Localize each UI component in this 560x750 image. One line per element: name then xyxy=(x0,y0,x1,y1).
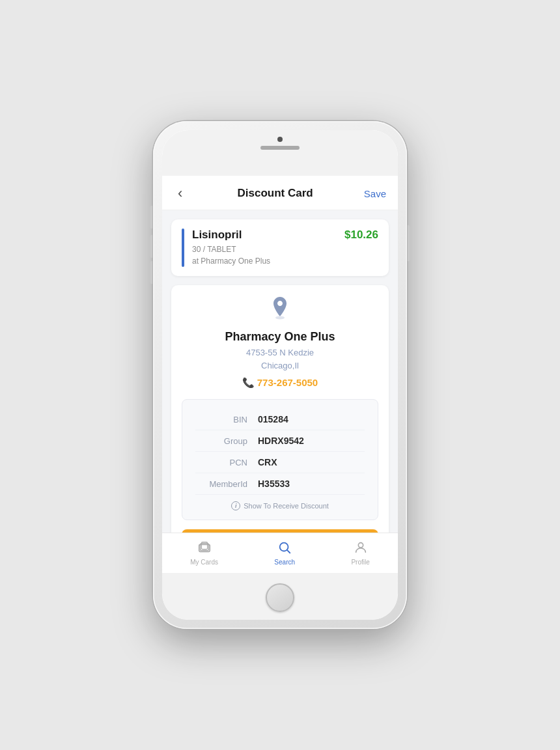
member-label: MemberId xyxy=(195,479,247,489)
info-icon: i xyxy=(231,501,240,510)
svg-point-0 xyxy=(275,316,285,320)
drug-details: 30 / TABLET at Pharmacy One Plus xyxy=(192,243,378,267)
scroll-content: Lisinopril $10.26 30 / TABLET at Pharmac… xyxy=(162,210,398,533)
tab-search[interactable]: Search xyxy=(265,536,304,570)
drug-price: $10.26 xyxy=(344,229,378,242)
show-discount-text: Show To Receive Discount xyxy=(244,502,329,510)
pharmacy-address: 4753-55 N Kedzie Chicago,Il xyxy=(182,346,378,372)
app-screen: ‹ Discount Card Save Lisinopril $10.26 3 xyxy=(162,176,398,573)
pcn-label: PCN xyxy=(195,458,247,467)
back-button[interactable]: ‹ xyxy=(174,184,186,203)
drug-card-accent xyxy=(182,229,184,267)
pharmacy-name: Pharmacy One Plus xyxy=(182,330,378,344)
tab-cards[interactable]: My Cards xyxy=(181,536,227,570)
group-row: Group HDRX9542 xyxy=(195,430,365,452)
drug-name: Lisinopril xyxy=(192,229,242,242)
save-button[interactable]: Save xyxy=(364,188,386,199)
speaker-bar xyxy=(260,146,300,150)
svg-point-6 xyxy=(358,543,363,548)
camera-dot xyxy=(277,137,283,142)
card-info-box: BIN 015284 Group HDRX9542 PCN CRX Memb xyxy=(182,399,378,520)
phone-frame: ‹ Discount Card Save Lisinopril $10.26 3 xyxy=(153,121,407,629)
phone-screen: ‹ Discount Card Save Lisinopril $10.26 3 xyxy=(162,130,398,620)
bottom-bezel xyxy=(162,573,398,620)
tab-bar: My Cards Search xyxy=(162,533,398,573)
nav-title: Discount Card xyxy=(237,187,313,200)
location-icon xyxy=(182,297,378,325)
home-button[interactable] xyxy=(266,583,294,612)
tab-profile[interactable]: Profile xyxy=(342,536,378,570)
bin-value: 015284 xyxy=(258,414,288,424)
member-row: MemberId H35533 xyxy=(195,473,365,495)
group-value: HDRX9542 xyxy=(258,436,304,446)
cards-tab-label: My Cards xyxy=(190,559,218,566)
svg-line-5 xyxy=(287,550,290,553)
group-label: Group xyxy=(195,436,247,446)
pharmacy-phone[interactable]: 📞773-267-5050 xyxy=(182,377,378,389)
drug-card: Lisinopril $10.26 30 / TABLET at Pharmac… xyxy=(171,219,389,276)
drug-name-row: Lisinopril $10.26 xyxy=(192,229,378,242)
top-nav: ‹ Discount Card Save xyxy=(162,176,398,210)
top-bezel xyxy=(162,130,398,176)
pcn-row: PCN CRX xyxy=(195,452,365,473)
profile-icon xyxy=(354,540,368,557)
pcn-value: CRX xyxy=(258,457,277,467)
pharmacy-card: Pharmacy One Plus 4753-55 N Kedzie Chica… xyxy=(171,285,389,533)
search-icon xyxy=(277,540,292,557)
member-value: H35533 xyxy=(258,479,290,489)
bin-label: BIN xyxy=(195,415,247,424)
cards-icon xyxy=(197,540,212,557)
search-tab-label: Search xyxy=(274,559,295,566)
show-discount: i Show To Receive Discount xyxy=(195,495,365,510)
drug-info: Lisinopril $10.26 30 / TABLET at Pharmac… xyxy=(192,229,378,267)
bin-row: BIN 015284 xyxy=(195,409,365,430)
profile-tab-label: Profile xyxy=(351,559,369,566)
